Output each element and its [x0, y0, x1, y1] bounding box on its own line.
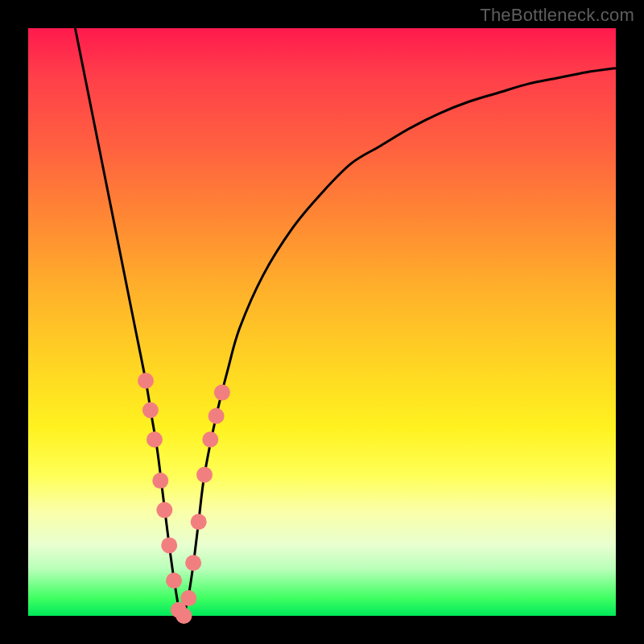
marker-dot [161, 537, 177, 553]
marker-dot [156, 502, 172, 518]
marker-dots-group [138, 373, 230, 624]
marker-dot [202, 431, 218, 448]
marker-dot [142, 402, 159, 419]
marker-dot [138, 373, 154, 389]
marker-dot [147, 431, 163, 448]
bottleneck-curve-path [75, 28, 616, 617]
marker-dot [175, 608, 192, 624]
marker-dot [185, 555, 201, 571]
chart-frame: TheBottleneck.com [0, 0, 644, 644]
marker-dot [214, 385, 230, 401]
marker-dot [191, 514, 207, 530]
marker-dot [196, 467, 213, 483]
plot-area [28, 28, 616, 616]
watermark-text: TheBottleneck.com [480, 5, 634, 26]
marker-dot [180, 590, 196, 606]
curve-path-group [75, 28, 616, 617]
marker-dot [166, 572, 182, 588]
marker-dot [208, 408, 225, 424]
marker-dot [152, 473, 168, 489]
bottleneck-curve-svg [28, 28, 616, 616]
